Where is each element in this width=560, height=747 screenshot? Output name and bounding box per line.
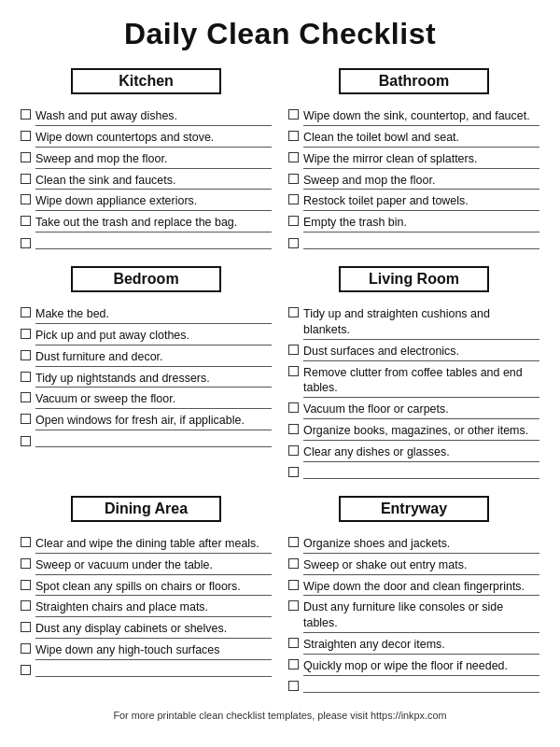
item-label: Restock toilet paper and towels. (303, 193, 539, 211)
item-label: Sweep or vacuum under the table. (35, 557, 272, 575)
item-label: Dust surfaces and electronics. (303, 344, 539, 361)
checkbox-icon[interactable] (288, 109, 299, 120)
checkbox-icon[interactable] (21, 174, 31, 184)
checkbox-icon[interactable] (288, 131, 299, 141)
item-label: Wash and put away dishes. (35, 108, 272, 126)
section-title-kitchen: Kitchen (71, 68, 221, 94)
checkbox-icon[interactable] (288, 424, 299, 434)
checkbox-icon[interactable] (288, 238, 299, 248)
section-title-living-room: Living Room (339, 266, 489, 292)
checklist-item: Wash and put away dishes. (21, 108, 272, 126)
item-label: Make the bed. (35, 306, 272, 324)
checkbox-icon[interactable] (21, 329, 31, 339)
checkbox-icon[interactable] (21, 372, 31, 382)
section-bathroom: BathroomWipe down the sink, countertop, … (288, 68, 539, 249)
blank-line (303, 680, 539, 693)
item-label: Clean the sink and faucets. (35, 173, 272, 190)
blank-checklist-item (288, 680, 539, 693)
checklist-item: Pick up and put away clothes. (21, 328, 272, 345)
checkbox-icon[interactable] (21, 131, 31, 141)
item-label: Wipe down any high-touch surfaces (35, 642, 272, 660)
checkbox-icon[interactable] (288, 216, 299, 226)
blank-checklist-item (288, 466, 539, 479)
checkbox-icon[interactable] (21, 414, 31, 424)
item-label: Clean the toilet bowl and seat. (303, 130, 539, 148)
checkbox-icon[interactable] (288, 402, 299, 413)
item-label: Take out the trash and replace the bag. (35, 215, 272, 233)
checkbox-icon[interactable] (21, 643, 31, 654)
checkbox-icon[interactable] (288, 445, 299, 456)
checklist-item: Clean the toilet bowl and seat. (288, 130, 539, 148)
item-label: Dust furniture and decor. (35, 349, 272, 367)
checklist-item: Organize shoes and jackets. (288, 536, 539, 554)
checkbox-icon[interactable] (21, 436, 31, 446)
checkbox-icon[interactable] (21, 216, 31, 226)
checkbox-icon[interactable] (288, 366, 299, 376)
checklist-item: Dust any display cabinets or shelves. (21, 621, 272, 639)
checklist-item: Wipe down any high-touch surfaces (21, 642, 272, 660)
checkbox-icon[interactable] (21, 665, 31, 675)
section-title-bedroom: Bedroom (71, 266, 221, 292)
item-label: Wipe down the door and clean fingerprint… (303, 579, 539, 597)
checkbox-icon[interactable] (288, 659, 299, 669)
item-label: Spot clean any spills on chairs or floor… (35, 579, 272, 597)
checkbox-icon[interactable] (288, 152, 299, 162)
checklist-item: Make the bed. (21, 306, 272, 324)
item-label: Sweep and mop the floor. (35, 151, 272, 169)
checkbox-icon[interactable] (288, 467, 299, 477)
checkbox-icon[interactable] (21, 350, 31, 360)
checkbox-icon[interactable] (288, 174, 299, 184)
blank-line (35, 664, 272, 677)
checklist-item: Spot clean any spills on chairs or floor… (21, 579, 272, 597)
checkbox-icon[interactable] (21, 109, 31, 120)
checkbox-icon[interactable] (288, 537, 299, 547)
checkbox-icon[interactable] (288, 345, 299, 355)
item-label: Dust any furniture like consoles or side… (303, 599, 539, 633)
checkbox-icon[interactable] (288, 307, 299, 317)
checkbox-icon[interactable] (21, 194, 31, 204)
checkbox-icon[interactable] (21, 152, 31, 162)
checkbox-icon[interactable] (288, 558, 299, 569)
checkbox-icon[interactable] (288, 681, 299, 691)
checklist-item: Wipe down appliance exteriors. (21, 193, 272, 211)
checkbox-icon[interactable] (21, 622, 31, 632)
checklist-item: Sweep or vacuum under the table. (21, 557, 272, 575)
checkbox-icon[interactable] (21, 307, 31, 317)
item-label: Wipe down countertops and stove. (35, 130, 272, 148)
item-label: Straighten any decor items. (303, 637, 539, 655)
checkbox-icon[interactable] (288, 194, 299, 204)
checklist-item: Tidy up and straighten cushions and blan… (288, 306, 539, 340)
checkbox-icon[interactable] (288, 638, 299, 648)
blank-line (303, 236, 539, 249)
checkbox-icon[interactable] (21, 558, 31, 569)
item-label: Wipe down the sink, countertop, and fauc… (303, 108, 539, 126)
footer-text: For more printable clean checklist templ… (21, 710, 539, 721)
item-label: Empty the trash bin. (303, 215, 539, 233)
checkbox-icon[interactable] (21, 392, 31, 402)
section-title-bathroom: Bathroom (339, 68, 489, 94)
checkbox-icon[interactable] (21, 580, 31, 590)
checkbox-icon[interactable] (21, 238, 31, 248)
checkbox-icon[interactable] (288, 600, 299, 611)
section-title-entryway: Entryway (339, 496, 489, 522)
blank-checklist-item (21, 434, 272, 447)
section-dining-area: Dining AreaClear and wipe the dining tab… (21, 496, 272, 693)
item-label: Quickly mop or wipe the floor if needed. (303, 658, 539, 676)
blank-checklist-item (21, 236, 272, 249)
checklist-item: Tidy up nightstands and dressers. (21, 371, 272, 388)
item-label: Dust any display cabinets or shelves. (35, 621, 272, 639)
checklist-item: Clear and wipe the dining table after me… (21, 536, 272, 554)
checklist-item: Organize books, magazines, or other item… (288, 423, 539, 441)
item-label: Wipe down appliance exteriors. (35, 193, 272, 211)
checklist-item: Straighten any decor items. (288, 637, 539, 655)
checklist-item: Wipe down the door and clean fingerprint… (288, 579, 539, 597)
section-living-room: Living RoomTidy up and straighten cushio… (288, 266, 539, 479)
checklist-item: Dust any furniture like consoles or side… (288, 599, 539, 633)
item-label: Tidy up and straighten cushions and blan… (303, 306, 539, 340)
checkbox-icon[interactable] (21, 537, 31, 547)
checkbox-icon[interactable] (288, 580, 299, 590)
item-label: Vacuum the floor or carpets. (303, 402, 539, 419)
section-entryway: EntrywayOrganize shoes and jackets.Sweep… (288, 496, 539, 693)
checkbox-icon[interactable] (21, 600, 31, 611)
checklist-item: Vacuum or sweep the floor. (21, 391, 272, 409)
